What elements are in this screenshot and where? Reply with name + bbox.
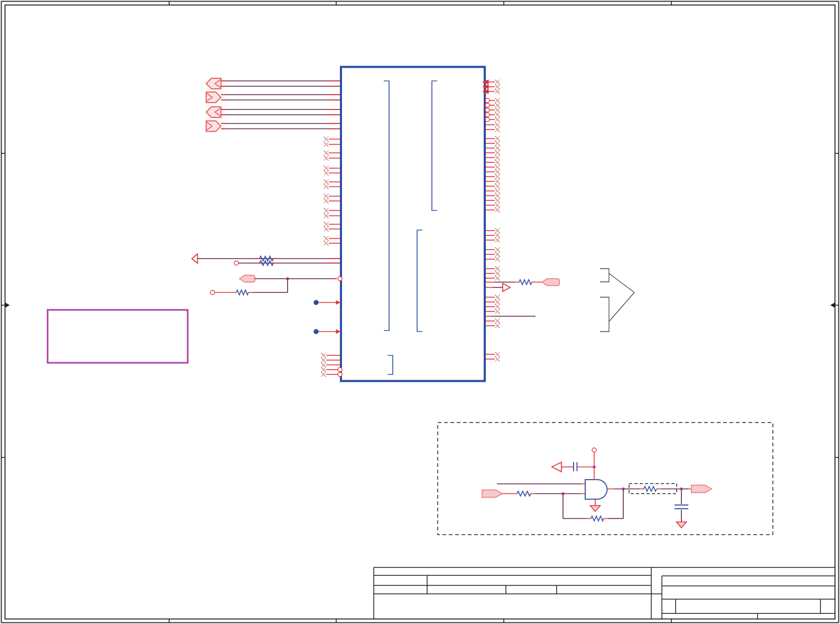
no-connect-x: [495, 357, 500, 362]
no-connect-x: [321, 358, 326, 363]
no-connect-x: [495, 113, 500, 117]
no-connect-x: [324, 180, 329, 185]
and-gate[interactable]: [585, 480, 607, 499]
no-connect-x: [324, 199, 329, 204]
no-connect-x: [321, 363, 326, 368]
resistor[interactable]: [517, 491, 531, 496]
no-connect-x: [324, 137, 329, 142]
no-connect-x: [495, 151, 500, 155]
no-connect-x: [495, 117, 500, 122]
net-connector-left[interactable]: [239, 276, 255, 282]
resistor[interactable]: [260, 256, 273, 261]
bus-arrow-right[interactable]: [206, 121, 221, 132]
no-connect-x: [495, 179, 500, 184]
no-connect-x: [495, 189, 500, 194]
no-connect-x: [495, 146, 500, 151]
no-connect-x: [324, 214, 329, 218]
no-connect-x: [495, 141, 500, 146]
no-connect-x: [495, 194, 500, 198]
resistor[interactable]: [644, 487, 657, 491]
inversion-bubble: [485, 113, 490, 117]
inversion-bubble: [485, 98, 490, 103]
resistor[interactable]: [519, 280, 532, 285]
open-terminal[interactable]: [592, 448, 596, 452]
no-connect-x: [321, 368, 326, 372]
output-arrow-right[interactable]: [503, 283, 510, 291]
no-connect-x: [321, 372, 326, 377]
no-connect-x: [495, 80, 500, 85]
inversion-bubble: [485, 103, 490, 107]
no-connect-x: [495, 305, 500, 309]
no-connect-x: [495, 267, 500, 271]
resistor[interactable]: [260, 261, 273, 265]
no-connect-x: [324, 194, 329, 199]
bus-connector[interactable]: [206, 92, 221, 103]
net-connector-left[interactable]: [542, 279, 559, 286]
inversion-bubble: [485, 117, 490, 122]
resistor[interactable]: [236, 290, 248, 295]
bus-connector[interactable]: [206, 107, 221, 117]
ic-body[interactable]: [341, 67, 485, 381]
no-connect-x: [324, 241, 329, 246]
note-box[interactable]: [48, 310, 188, 363]
no-connect-x: [495, 276, 500, 281]
no-connect-x: [495, 127, 500, 132]
no-connect-x: [324, 208, 329, 213]
inversion-bubble: [485, 108, 490, 112]
no-connect-x: [495, 155, 500, 160]
inversion-bubble: [338, 368, 342, 372]
no-connect-x: [495, 108, 500, 113]
no-connect-x: [495, 85, 500, 89]
no-connect-x: [495, 184, 500, 189]
bus-arrow-left[interactable]: [206, 107, 221, 117]
funnel-bracket: [600, 297, 609, 332]
bus-arrow-left[interactable]: [206, 78, 221, 89]
center-marker-arrow: [831, 303, 835, 308]
schematic-canvas: [0, 0, 840, 624]
no-connect-x: [495, 203, 500, 208]
open-terminal[interactable]: [234, 261, 238, 265]
bus-funnel: [600, 269, 634, 332]
no-connect-x: [324, 151, 329, 155]
input-arrow-left[interactable]: [552, 462, 561, 472]
no-connect-x: [495, 247, 500, 252]
dashed-region[interactable]: [438, 423, 773, 535]
no-connect-x: [495, 165, 500, 170]
no-connect-x: [324, 156, 329, 161]
no-connect-x: [495, 295, 500, 300]
gate-circuit: [482, 448, 712, 528]
no-connect-x: [495, 175, 500, 179]
no-connect-x: [495, 103, 500, 108]
funnel-diagonal: [609, 292, 634, 322]
title-block: [374, 567, 835, 619]
input-arrow-left[interactable]: [192, 254, 198, 263]
pin-arrowhead: [336, 330, 340, 334]
ic-left-pins: [321, 137, 343, 377]
no-connect-x: [324, 171, 329, 176]
no-connect-x: [495, 319, 500, 324]
center-marker-arrow: [5, 303, 10, 308]
no-connect-x: [324, 222, 329, 227]
no-connect-x: [495, 123, 500, 127]
ic-symbol[interactable]: [341, 67, 485, 381]
bus-connector[interactable]: [206, 78, 221, 89]
no-connect-x: [321, 353, 326, 358]
no-connect-x: [495, 136, 500, 141]
net-connector-right[interactable]: [482, 490, 502, 498]
ground-symbol[interactable]: [590, 506, 601, 511]
no-connect-x: [495, 257, 500, 262]
no-connect-x: [324, 142, 329, 147]
bus-connector[interactable]: [206, 121, 221, 132]
no-connect-x: [324, 236, 329, 241]
pin-arrowhead: [336, 301, 340, 305]
no-connect-x: [495, 352, 500, 357]
no-connect-x: [495, 233, 500, 238]
bus-arrow-right[interactable]: [206, 92, 221, 103]
no-connect-x: [495, 98, 500, 103]
net-connector-right[interactable]: [691, 485, 712, 493]
open-terminal[interactable]: [210, 290, 215, 295]
funnel-bracket: [600, 269, 609, 282]
ground-symbol[interactable]: [677, 522, 687, 528]
inversion-bubble: [338, 277, 342, 281]
resistor[interactable]: [591, 516, 604, 521]
